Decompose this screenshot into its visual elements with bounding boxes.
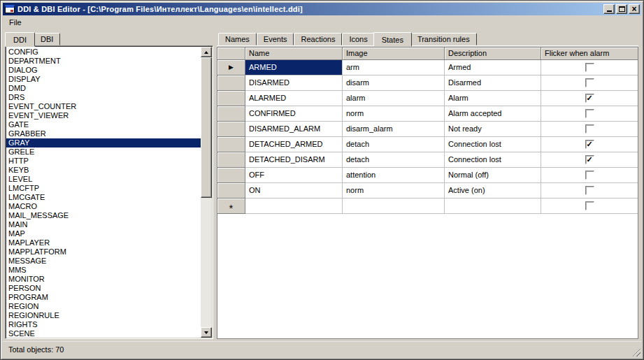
cell-name[interactable]: DISARMED — [245, 75, 343, 91]
list-item[interactable]: LMCFTP — [6, 184, 201, 193]
menu-file[interactable]: File — [4, 17, 27, 28]
flicker-checkbox[interactable] — [585, 124, 594, 134]
minimize-button[interactable] — [603, 4, 615, 14]
row-selector[interactable]: ▶ — [217, 60, 245, 75]
cell-name[interactable]: DISARMED_ALARM — [245, 122, 343, 137]
tab-transition-rules[interactable]: Transition rules — [410, 33, 477, 45]
flicker-checkbox[interactable] — [585, 63, 594, 72]
cell-image[interactable]: norm — [343, 183, 445, 199]
flicker-checkbox[interactable] — [585, 186, 594, 195]
cell-name[interactable]: ALARMED — [245, 91, 343, 106]
tab-icons[interactable]: Icons — [342, 33, 374, 45]
row-selector[interactable] — [217, 137, 245, 152]
cell-name[interactable]: CONFIRMED — [245, 106, 343, 122]
tab-events[interactable]: Events — [257, 33, 294, 45]
row-selector[interactable] — [217, 122, 245, 137]
column-header[interactable]: Name — [245, 48, 343, 60]
scroll-thumb[interactable] — [201, 57, 212, 198]
cell-name[interactable]: ON — [245, 183, 343, 199]
cell-description[interactable]: Normal (off) — [445, 168, 541, 183]
cell-image[interactable]: detach — [343, 137, 445, 152]
list-item[interactable]: RIGHTS — [6, 320, 201, 329]
vertical-scrollbar[interactable] — [201, 47, 212, 338]
list-item[interactable]: DRS — [6, 93, 201, 102]
tab-dbi[interactable]: DBI — [34, 33, 60, 45]
maximize-button[interactable] — [616, 4, 627, 14]
cell-description[interactable]: Connection lost — [445, 137, 541, 152]
close-button[interactable]: × — [629, 4, 640, 14]
cell-description[interactable]: Alarm — [445, 91, 541, 106]
list-item[interactable]: CONFIG — [6, 48, 201, 57]
cell-name[interactable]: ARMED — [245, 60, 343, 75]
row-selector[interactable] — [217, 106, 245, 122]
flicker-checkbox[interactable] — [585, 109, 594, 118]
flicker-checkbox[interactable]: ✓ — [585, 140, 594, 149]
row-selector[interactable] — [217, 152, 245, 168]
list-item[interactable]: REGIONRULE — [6, 311, 201, 320]
new-row-selector[interactable]: * — [217, 199, 245, 214]
row-selector[interactable] — [217, 168, 245, 183]
list-item[interactable]: DISPLAY — [6, 75, 201, 84]
tab-reactions[interactable]: Reactions — [294, 33, 342, 45]
list-item[interactable]: MAP — [6, 229, 201, 238]
list-item[interactable]: LMCGATE — [6, 193, 201, 202]
titlebar[interactable]: DDI & DBI Editor - [C:\Program Files\Инт… — [3, 3, 641, 15]
list-item[interactable]: DIALOG — [6, 66, 201, 75]
flicker-checkbox[interactable]: ✓ — [585, 94, 594, 103]
scroll-track[interactable] — [201, 57, 212, 327]
column-header[interactable]: Flicker when alarm — [541, 48, 638, 60]
list-item[interactable]: MAPLAYER — [6, 238, 201, 247]
cell-description[interactable]: Armed — [445, 60, 541, 75]
cell-image[interactable]: detach — [343, 152, 445, 168]
list-item[interactable]: GRELE — [6, 147, 201, 157]
list-item[interactable]: DMD — [6, 84, 201, 93]
tab-states[interactable]: States — [373, 32, 412, 47]
list-item[interactable]: EVENT_VIEWER — [6, 111, 201, 120]
list-item[interactable]: MAIN — [6, 220, 201, 229]
list-item[interactable]: MONITOR — [6, 275, 201, 284]
list-item[interactable]: PERSON — [6, 284, 201, 293]
cell-image[interactable]: attention — [343, 168, 445, 183]
row-selector[interactable] — [217, 91, 245, 106]
flicker-checkbox[interactable]: ✓ — [585, 155, 594, 164]
list-item[interactable]: PROGRAM — [6, 293, 201, 302]
list-item[interactable]: GRABBER — [6, 129, 201, 138]
list-item[interactable]: SCENE — [6, 329, 201, 338]
flicker-checkbox[interactable] — [585, 171, 594, 180]
list-item[interactable]: EVENT_COUNTER — [6, 102, 201, 111]
cell-image[interactable]: disarm — [343, 75, 445, 91]
list-item[interactable]: LEVEL — [6, 175, 201, 184]
cell-image[interactable]: norm — [343, 106, 445, 122]
scroll-down-button[interactable] — [201, 327, 212, 338]
cell-name[interactable]: DETACHED_ARMED — [245, 137, 343, 152]
list-item[interactable]: HTTP — [6, 157, 201, 166]
cell-name[interactable]: OFF — [245, 168, 343, 183]
cell-description[interactable]: Active (on) — [445, 183, 541, 199]
cell-description[interactable]: Not ready — [445, 122, 541, 137]
list-item[interactable]: MACRO — [6, 202, 201, 211]
cell-image[interactable]: arm — [343, 60, 445, 75]
list-item[interactable]: GRAY — [6, 138, 201, 147]
tab-names[interactable]: Names — [218, 33, 257, 45]
list-item[interactable]: MMS — [6, 266, 201, 275]
resize-grip[interactable] — [631, 347, 641, 357]
list-item[interactable]: MAIL_MESSAGE — [6, 211, 201, 220]
cell-name[interactable] — [245, 199, 343, 214]
list-item[interactable]: KEYB — [6, 166, 201, 175]
list-item[interactable]: DEPARTMENT — [6, 57, 201, 66]
flicker-checkbox[interactable] — [585, 78, 594, 87]
ddi-listbox[interactable]: CONFIGDEPARTMENTDIALOGDISPLAYDMDDRSEVENT… — [5, 45, 213, 339]
tab-ddi[interactable]: DDI — [5, 32, 35, 47]
list-item[interactable]: GATE — [6, 120, 201, 129]
row-selector[interactable] — [217, 75, 245, 91]
cell-name[interactable]: DETACHED_DISARM — [245, 152, 343, 168]
list-item[interactable]: MESSAGE — [6, 257, 201, 266]
column-header[interactable]: Image — [343, 48, 445, 60]
list-item[interactable]: REGION — [6, 302, 201, 311]
cell-image[interactable] — [343, 199, 445, 214]
column-header[interactable]: Description — [445, 48, 541, 60]
cell-image[interactable]: disarm_alarm — [343, 122, 445, 137]
cell-description[interactable]: Connection lost — [445, 152, 541, 168]
list-item[interactable]: MAPPLATFORM — [6, 247, 201, 257]
cell-image[interactable]: alarm — [343, 91, 445, 106]
